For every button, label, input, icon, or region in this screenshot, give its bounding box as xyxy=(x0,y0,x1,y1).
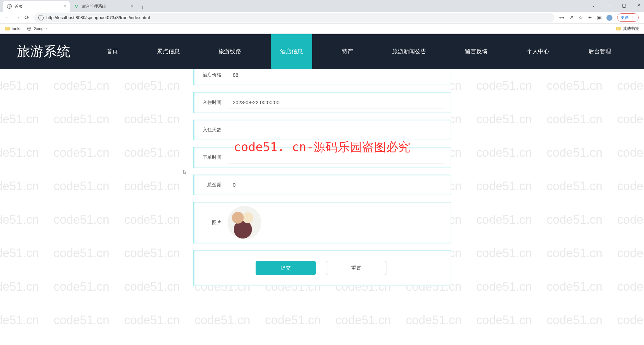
site-logo: 旅游系统 xyxy=(0,42,87,61)
submit-button[interactable]: 提交 xyxy=(256,261,316,275)
other-bookmarks[interactable]: 其他书签 xyxy=(616,26,639,31)
close-icon[interactable]: × xyxy=(64,4,66,9)
folder-icon xyxy=(616,27,621,30)
checkin-value: 2023-08-22 00:00:00 xyxy=(228,96,444,109)
maximize-button[interactable]: ▢ xyxy=(621,3,627,8)
watermark-text: code51.cn xyxy=(265,313,321,327)
image-label: 图片: xyxy=(198,220,223,226)
bookmark-tools[interactable]: tools xyxy=(5,26,20,31)
order-time-label: 下单时间: xyxy=(198,154,223,160)
globe-icon xyxy=(7,4,12,9)
forward-button[interactable]: → xyxy=(13,14,22,21)
watermark-text: code51.cn xyxy=(617,313,644,327)
price-label: 酒店价格: xyxy=(198,72,223,78)
nav-item-3[interactable]: 酒店信息 xyxy=(271,34,312,69)
password-key-icon[interactable]: ⊶ xyxy=(559,14,565,21)
watermark-text: code51.cn xyxy=(335,313,391,327)
total-label: 总金额: xyxy=(198,182,223,188)
site-info-icon[interactable]: i xyxy=(38,15,44,20)
days-label: 入住天数: xyxy=(198,127,223,133)
url-text: http://localhost:8080/springboot073x3/fr… xyxy=(46,15,550,20)
tab-dropdown-icon[interactable]: ⌄ xyxy=(590,3,597,8)
update-button[interactable]: 更新⋮ xyxy=(617,13,639,22)
new-tab-button[interactable]: + xyxy=(137,5,149,12)
price-value: 88 xyxy=(228,69,444,81)
watermark-text: code51.cn xyxy=(547,313,602,327)
total-value: 0 xyxy=(228,179,444,191)
watermark-text: code51.cn xyxy=(406,313,462,327)
reset-button[interactable]: 重置 xyxy=(326,261,386,275)
tab-title-1: 后台管理系统 xyxy=(82,4,106,9)
nav-item-7[interactable]: 个人中心 xyxy=(517,34,559,69)
order-time-input[interactable] xyxy=(228,151,444,164)
bookmark-star-icon[interactable]: ☆ xyxy=(578,14,583,21)
bookmark-google[interactable]: Google xyxy=(27,26,47,31)
nav-item-5[interactable]: 旅游新闻公告 xyxy=(383,34,436,69)
tab-bar: 首页 × V 后台管理系统 × + ⌄ — ▢ ✕ xyxy=(0,0,644,12)
address-bar[interactable]: i http://localhost:8080/springboot073x3/… xyxy=(34,13,554,22)
side-panel-icon[interactable]: ▣ xyxy=(597,14,602,21)
image-thumbnail[interactable] xyxy=(228,206,261,239)
profile-avatar-icon[interactable] xyxy=(606,15,612,21)
watermark-text: code51.cn xyxy=(54,313,109,327)
tab-title-0: 首页 xyxy=(15,4,23,9)
share-icon[interactable]: ↗ xyxy=(569,14,574,21)
minimize-button[interactable]: — xyxy=(605,3,612,8)
back-button[interactable]: ← xyxy=(3,14,13,21)
close-icon[interactable]: × xyxy=(131,4,133,9)
watermark-text: code51.cn xyxy=(124,313,180,327)
globe-icon xyxy=(27,27,31,31)
extensions-icon[interactable]: ✦ xyxy=(588,14,592,21)
vue-icon: V xyxy=(74,4,79,9)
watermark-text: code51.cn xyxy=(195,313,250,327)
checkin-label: 入住时间: xyxy=(198,99,223,106)
nav-item-1[interactable]: 景点信息 xyxy=(148,34,189,69)
nav-item-6[interactable]: 留言反馈 xyxy=(455,34,497,69)
browser-tab-0[interactable]: 首页 × xyxy=(3,1,70,12)
folder-icon xyxy=(5,27,10,30)
close-window-button[interactable]: ✕ xyxy=(636,3,642,8)
nav-item-0[interactable]: 首页 xyxy=(97,34,127,69)
nav-item-8[interactable]: 后台管理 xyxy=(579,34,621,69)
nav-item-4[interactable]: 特产 xyxy=(332,34,363,69)
nav-item-2[interactable]: 旅游线路 xyxy=(209,34,251,69)
days-input[interactable] xyxy=(228,124,444,136)
watermark-text: code51.cn xyxy=(0,313,39,327)
reload-button[interactable]: ⟳ xyxy=(22,14,32,21)
watermark-text: code51.cn xyxy=(476,313,532,327)
browser-tab-1[interactable]: V 后台管理系统 × xyxy=(70,1,137,12)
